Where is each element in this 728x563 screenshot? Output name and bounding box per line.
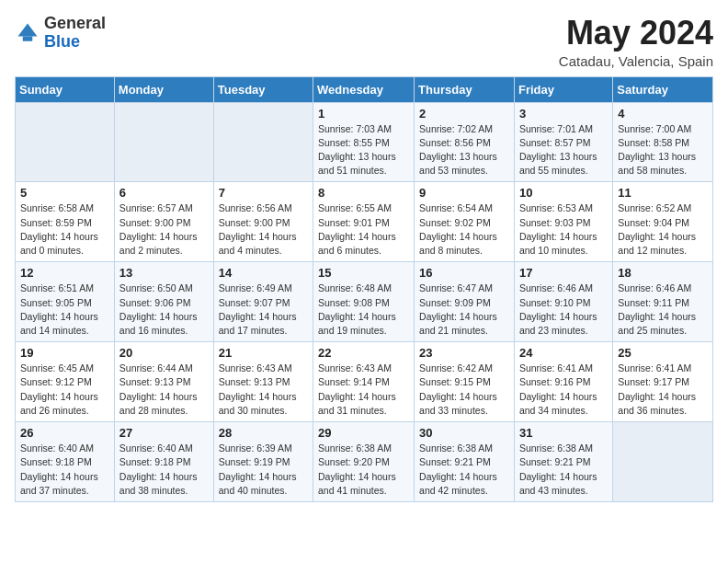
calendar-table: SundayMondayTuesdayWednesdayThursdayFrid…: [15, 76, 713, 502]
day-number: 3: [519, 107, 608, 121]
day-info: Sunrise: 7:02 AMSunset: 8:56 PMDaylight:…: [419, 122, 509, 178]
calendar-cell: 14Sunrise: 6:49 AMSunset: 9:07 PMDayligh…: [213, 262, 313, 342]
day-info: Sunrise: 6:38 AMSunset: 9:21 PMDaylight:…: [519, 442, 608, 498]
day-number: 22: [318, 346, 409, 360]
calendar-cell: 2Sunrise: 7:02 AMSunset: 8:56 PMDaylight…: [415, 102, 515, 182]
calendar-cell: 5Sunrise: 6:58 AMSunset: 8:59 PMDaylight…: [16, 182, 115, 262]
calendar-week-row: 1Sunrise: 7:03 AMSunset: 8:55 PMDaylight…: [16, 102, 713, 182]
day-number: 23: [419, 346, 509, 360]
logo-icon: [15, 20, 40, 46]
calendar-cell: 21Sunrise: 6:43 AMSunset: 9:13 PMDayligh…: [213, 342, 313, 422]
calendar-cell: 20Sunrise: 6:44 AMSunset: 9:13 PMDayligh…: [114, 342, 213, 422]
weekday-header: Thursday: [415, 76, 515, 102]
svg-marker-0: [18, 23, 38, 36]
day-info: Sunrise: 6:43 AMSunset: 9:14 PMDaylight:…: [318, 362, 409, 418]
calendar-cell: 31Sunrise: 6:38 AMSunset: 9:21 PMDayligh…: [514, 422, 612, 502]
svg-rect-1: [23, 36, 33, 40]
day-number: 19: [20, 346, 109, 360]
day-info: Sunrise: 6:40 AMSunset: 9:18 PMDaylight:…: [119, 442, 209, 498]
calendar-cell: 3Sunrise: 7:01 AMSunset: 8:57 PMDaylight…: [514, 102, 612, 182]
calendar-week-row: 26Sunrise: 6:40 AMSunset: 9:18 PMDayligh…: [16, 422, 713, 502]
calendar-cell: 17Sunrise: 6:46 AMSunset: 9:10 PMDayligh…: [514, 262, 612, 342]
day-number: 9: [419, 186, 509, 200]
calendar-cell: 23Sunrise: 6:42 AMSunset: 9:15 PMDayligh…: [415, 342, 515, 422]
day-number: 21: [219, 346, 308, 360]
day-info: Sunrise: 6:49 AMSunset: 9:07 PMDaylight:…: [219, 282, 308, 338]
calendar-cell: 7Sunrise: 6:56 AMSunset: 9:00 PMDaylight…: [213, 182, 313, 262]
day-number: 20: [119, 346, 209, 360]
calendar-cell: 11Sunrise: 6:52 AMSunset: 9:04 PMDayligh…: [613, 182, 713, 262]
day-info: Sunrise: 6:54 AMSunset: 9:02 PMDaylight:…: [419, 201, 509, 258]
calendar-cell: 4Sunrise: 7:00 AMSunset: 8:58 PMDaylight…: [613, 102, 713, 182]
calendar-cell: 30Sunrise: 6:38 AMSunset: 9:21 PMDayligh…: [415, 422, 515, 502]
weekday-header: Saturday: [613, 76, 713, 102]
calendar-cell: 29Sunrise: 6:38 AMSunset: 9:20 PMDayligh…: [313, 422, 415, 502]
weekday-header: Tuesday: [213, 76, 313, 102]
day-info: Sunrise: 6:42 AMSunset: 9:15 PMDaylight:…: [419, 362, 509, 418]
day-number: 1: [318, 107, 409, 121]
day-info: Sunrise: 6:43 AMSunset: 9:13 PMDaylight:…: [219, 362, 308, 418]
day-number: 24: [519, 346, 608, 360]
weekday-header: Wednesday: [313, 76, 415, 102]
day-number: 5: [20, 186, 109, 200]
calendar-week-row: 5Sunrise: 6:58 AMSunset: 8:59 PMDaylight…: [16, 182, 713, 262]
day-number: 25: [618, 346, 708, 360]
calendar-cell: 9Sunrise: 6:54 AMSunset: 9:02 PMDaylight…: [415, 182, 515, 262]
day-number: 10: [519, 186, 608, 200]
logo: General Blue: [15, 15, 106, 52]
day-number: 29: [318, 426, 409, 440]
day-number: 14: [219, 266, 308, 280]
calendar-cell: 22Sunrise: 6:43 AMSunset: 9:14 PMDayligh…: [313, 342, 415, 422]
calendar-cell: 15Sunrise: 6:48 AMSunset: 9:08 PMDayligh…: [313, 262, 415, 342]
calendar-cell: 19Sunrise: 6:45 AMSunset: 9:12 PMDayligh…: [16, 342, 115, 422]
day-number: 16: [419, 266, 509, 280]
logo-general-text: General: [44, 14, 106, 32]
day-number: 13: [119, 266, 209, 280]
logo-blue-text: Blue: [44, 32, 80, 51]
day-info: Sunrise: 6:58 AMSunset: 8:59 PMDaylight:…: [20, 201, 109, 258]
day-number: 30: [419, 426, 509, 440]
calendar-cell: 16Sunrise: 6:47 AMSunset: 9:09 PMDayligh…: [415, 262, 515, 342]
calendar-cell: 26Sunrise: 6:40 AMSunset: 9:18 PMDayligh…: [16, 422, 115, 502]
page-header: General Blue May 2024 Catadau, Valencia,…: [15, 15, 713, 69]
day-info: Sunrise: 6:44 AMSunset: 9:13 PMDaylight:…: [119, 362, 209, 418]
calendar-cell: 24Sunrise: 6:41 AMSunset: 9:16 PMDayligh…: [514, 342, 612, 422]
weekday-header: Friday: [514, 76, 612, 102]
day-number: 8: [318, 186, 409, 200]
day-info: Sunrise: 6:53 AMSunset: 9:03 PMDaylight:…: [519, 201, 608, 258]
day-number: 4: [618, 107, 708, 121]
calendar-cell: [213, 102, 313, 182]
day-number: 6: [119, 186, 209, 200]
month-title: May 2024: [559, 15, 713, 52]
day-info: Sunrise: 6:51 AMSunset: 9:05 PMDaylight:…: [20, 282, 109, 338]
weekday-header: Monday: [114, 76, 213, 102]
day-number: 11: [618, 186, 708, 200]
day-info: Sunrise: 6:48 AMSunset: 9:08 PMDaylight:…: [318, 282, 409, 338]
calendar-cell: [114, 102, 213, 182]
calendar-cell: 12Sunrise: 6:51 AMSunset: 9:05 PMDayligh…: [16, 262, 115, 342]
day-info: Sunrise: 7:01 AMSunset: 8:57 PMDaylight:…: [519, 122, 608, 178]
day-info: Sunrise: 6:57 AMSunset: 9:00 PMDaylight:…: [119, 201, 209, 258]
day-number: 7: [219, 186, 308, 200]
day-info: Sunrise: 6:55 AMSunset: 9:01 PMDaylight:…: [318, 201, 409, 258]
day-info: Sunrise: 7:03 AMSunset: 8:55 PMDaylight:…: [318, 122, 409, 178]
day-info: Sunrise: 6:40 AMSunset: 9:18 PMDaylight:…: [20, 442, 109, 498]
calendar-cell: [613, 422, 713, 502]
calendar-cell: 13Sunrise: 6:50 AMSunset: 9:06 PMDayligh…: [114, 262, 213, 342]
calendar-cell: 18Sunrise: 6:46 AMSunset: 9:11 PMDayligh…: [613, 262, 713, 342]
day-number: 27: [119, 426, 209, 440]
weekday-header: Sunday: [16, 76, 115, 102]
day-info: Sunrise: 6:39 AMSunset: 9:19 PMDaylight:…: [219, 442, 308, 498]
day-info: Sunrise: 6:38 AMSunset: 9:21 PMDaylight:…: [419, 442, 509, 498]
day-info: Sunrise: 6:45 AMSunset: 9:12 PMDaylight:…: [20, 362, 109, 418]
calendar-week-row: 12Sunrise: 6:51 AMSunset: 9:05 PMDayligh…: [16, 262, 713, 342]
day-info: Sunrise: 6:46 AMSunset: 9:11 PMDaylight:…: [618, 282, 708, 338]
day-number: 28: [219, 426, 308, 440]
weekday-header-row: SundayMondayTuesdayWednesdayThursdayFrid…: [16, 76, 713, 102]
day-info: Sunrise: 6:41 AMSunset: 9:16 PMDaylight:…: [519, 362, 608, 418]
calendar-week-row: 19Sunrise: 6:45 AMSunset: 9:12 PMDayligh…: [16, 342, 713, 422]
day-info: Sunrise: 6:41 AMSunset: 9:17 PMDaylight:…: [618, 362, 708, 418]
day-info: Sunrise: 6:56 AMSunset: 9:00 PMDaylight:…: [219, 201, 308, 258]
calendar-cell: 28Sunrise: 6:39 AMSunset: 9:19 PMDayligh…: [213, 422, 313, 502]
day-info: Sunrise: 6:46 AMSunset: 9:10 PMDaylight:…: [519, 282, 608, 338]
